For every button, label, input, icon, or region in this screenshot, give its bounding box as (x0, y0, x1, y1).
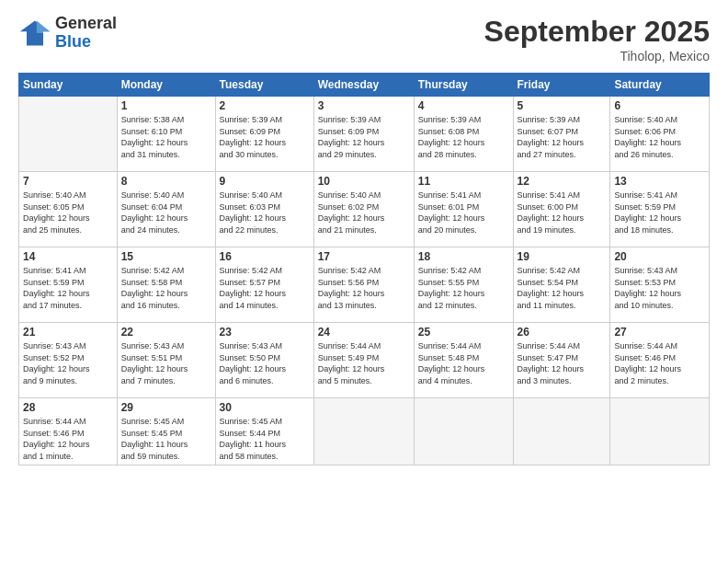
table-row: 27Sunrise: 5:44 AM Sunset: 5:46 PM Dayli… (610, 323, 710, 398)
day-number: 2 (220, 99, 310, 112)
table-row: 7Sunrise: 5:40 AM Sunset: 6:05 PM Daylig… (19, 172, 118, 247)
page-header: General Blue September 2025 Tiholop, Mex… (18, 15, 710, 63)
table-row: 16Sunrise: 5:42 AM Sunset: 5:57 PM Dayli… (215, 247, 313, 323)
day-info: Sunrise: 5:43 AM Sunset: 5:53 PM Dayligh… (614, 265, 705, 311)
day-number: 23 (220, 326, 310, 339)
table-row: 29Sunrise: 5:45 AM Sunset: 5:45 PM Dayli… (117, 398, 215, 465)
table-row: 2Sunrise: 5:39 AM Sunset: 6:09 PM Daylig… (215, 97, 313, 172)
day-info: Sunrise: 5:41 AM Sunset: 5:59 PM Dayligh… (614, 190, 705, 236)
table-row: 25Sunrise: 5:44 AM Sunset: 5:48 PM Dayli… (414, 323, 513, 398)
day-number: 24 (318, 326, 410, 339)
table-row: 6Sunrise: 5:40 AM Sunset: 6:06 PM Daylig… (610, 97, 710, 172)
day-info: Sunrise: 5:42 AM Sunset: 5:58 PM Dayligh… (121, 265, 211, 311)
table-row: 20Sunrise: 5:43 AM Sunset: 5:53 PM Dayli… (610, 247, 710, 323)
month-title: September 2025 (484, 15, 710, 49)
day-number: 28 (23, 401, 113, 414)
day-info: Sunrise: 5:44 AM Sunset: 5:48 PM Dayligh… (418, 340, 509, 386)
day-info: Sunrise: 5:43 AM Sunset: 5:51 PM Dayligh… (121, 340, 211, 386)
day-number: 21 (23, 326, 113, 339)
logo-general-text: General (55, 15, 117, 33)
day-number: 15 (121, 250, 211, 263)
day-number: 25 (418, 326, 509, 339)
day-number: 11 (418, 175, 509, 188)
table-row: 5Sunrise: 5:39 AM Sunset: 6:07 PM Daylig… (513, 97, 610, 172)
day-info: Sunrise: 5:40 AM Sunset: 6:04 PM Dayligh… (121, 190, 211, 236)
day-number: 19 (518, 250, 607, 263)
day-number: 7 (23, 175, 113, 188)
day-info: Sunrise: 5:39 AM Sunset: 6:09 PM Dayligh… (220, 114, 310, 160)
col-tuesday: Tuesday (215, 74, 313, 97)
col-thursday: Thursday (414, 74, 513, 97)
day-info: Sunrise: 5:45 AM Sunset: 5:45 PM Dayligh… (121, 416, 211, 462)
table-row: 30Sunrise: 5:45 AM Sunset: 5:44 PM Dayli… (215, 398, 313, 465)
table-row (610, 398, 710, 465)
day-number: 9 (220, 175, 310, 188)
day-number: 20 (614, 250, 705, 263)
day-number: 6 (614, 99, 705, 112)
table-row: 23Sunrise: 5:43 AM Sunset: 5:50 PM Dayli… (215, 323, 313, 398)
day-info: Sunrise: 5:42 AM Sunset: 5:56 PM Dayligh… (318, 265, 410, 311)
logo-icon (18, 17, 51, 50)
day-info: Sunrise: 5:44 AM Sunset: 5:47 PM Dayligh… (518, 340, 607, 386)
svg-marker-0 (20, 20, 50, 45)
day-number: 13 (614, 175, 705, 188)
col-monday: Monday (117, 74, 215, 97)
day-number: 22 (121, 326, 211, 339)
calendar-header-row: Sunday Monday Tuesday Wednesday Thursday… (19, 74, 710, 97)
table-row: 4Sunrise: 5:39 AM Sunset: 6:08 PM Daylig… (414, 97, 513, 172)
day-info: Sunrise: 5:41 AM Sunset: 6:00 PM Dayligh… (518, 190, 607, 236)
day-number: 10 (318, 175, 410, 188)
table-row: 17Sunrise: 5:42 AM Sunset: 5:56 PM Dayli… (313, 247, 414, 323)
day-number: 27 (614, 326, 705, 339)
table-row: 21Sunrise: 5:43 AM Sunset: 5:52 PM Dayli… (19, 323, 118, 398)
table-row: 9Sunrise: 5:40 AM Sunset: 6:03 PM Daylig… (215, 172, 313, 247)
table-row: 15Sunrise: 5:42 AM Sunset: 5:58 PM Dayli… (117, 247, 215, 323)
day-number: 12 (518, 175, 607, 188)
day-number: 30 (220, 401, 310, 414)
table-row: 1Sunrise: 5:38 AM Sunset: 6:10 PM Daylig… (117, 97, 215, 172)
day-info: Sunrise: 5:42 AM Sunset: 5:54 PM Dayligh… (518, 265, 607, 311)
day-info: Sunrise: 5:40 AM Sunset: 6:05 PM Dayligh… (23, 190, 113, 236)
day-number: 5 (518, 99, 607, 112)
day-info: Sunrise: 5:39 AM Sunset: 6:09 PM Dayligh… (318, 114, 410, 160)
svg-marker-1 (37, 20, 50, 33)
day-info: Sunrise: 5:44 AM Sunset: 5:49 PM Dayligh… (318, 340, 410, 386)
day-number: 29 (121, 401, 211, 414)
day-info: Sunrise: 5:40 AM Sunset: 6:02 PM Dayligh… (318, 190, 410, 236)
location-subtitle: Tiholop, Mexico (484, 49, 710, 63)
col-wednesday: Wednesday (313, 74, 414, 97)
table-row: 8Sunrise: 5:40 AM Sunset: 6:04 PM Daylig… (117, 172, 215, 247)
day-info: Sunrise: 5:41 AM Sunset: 5:59 PM Dayligh… (23, 265, 113, 311)
calendar-table: Sunday Monday Tuesday Wednesday Thursday… (18, 73, 710, 465)
day-info: Sunrise: 5:43 AM Sunset: 5:50 PM Dayligh… (220, 340, 310, 386)
day-info: Sunrise: 5:43 AM Sunset: 5:52 PM Dayligh… (23, 340, 113, 386)
table-row (513, 398, 610, 465)
table-row: 28Sunrise: 5:44 AM Sunset: 5:46 PM Dayli… (19, 398, 118, 465)
day-number: 18 (418, 250, 509, 263)
day-number: 8 (121, 175, 211, 188)
table-row: 13Sunrise: 5:41 AM Sunset: 5:59 PM Dayli… (610, 172, 710, 247)
table-row: 14Sunrise: 5:41 AM Sunset: 5:59 PM Dayli… (19, 247, 118, 323)
day-number: 3 (318, 99, 410, 112)
day-info: Sunrise: 5:44 AM Sunset: 5:46 PM Dayligh… (614, 340, 705, 386)
day-number: 1 (121, 99, 211, 112)
day-info: Sunrise: 5:40 AM Sunset: 6:06 PM Dayligh… (614, 114, 705, 160)
table-row (414, 398, 513, 465)
table-row: 19Sunrise: 5:42 AM Sunset: 5:54 PM Dayli… (513, 247, 610, 323)
table-row: 18Sunrise: 5:42 AM Sunset: 5:55 PM Dayli… (414, 247, 513, 323)
logo: General Blue (18, 15, 117, 52)
table-row: 10Sunrise: 5:40 AM Sunset: 6:02 PM Dayli… (313, 172, 414, 247)
day-number: 26 (518, 326, 607, 339)
table-row: 11Sunrise: 5:41 AM Sunset: 6:01 PM Dayli… (414, 172, 513, 247)
table-row (19, 97, 118, 172)
day-info: Sunrise: 5:44 AM Sunset: 5:46 PM Dayligh… (23, 416, 113, 462)
day-info: Sunrise: 5:45 AM Sunset: 5:44 PM Dayligh… (220, 416, 310, 462)
day-info: Sunrise: 5:38 AM Sunset: 6:10 PM Dayligh… (121, 114, 211, 160)
day-info: Sunrise: 5:41 AM Sunset: 6:01 PM Dayligh… (418, 190, 509, 236)
table-row: 26Sunrise: 5:44 AM Sunset: 5:47 PM Dayli… (513, 323, 610, 398)
day-info: Sunrise: 5:42 AM Sunset: 5:55 PM Dayligh… (418, 265, 509, 311)
logo-blue-text: Blue (55, 33, 117, 52)
day-info: Sunrise: 5:39 AM Sunset: 6:07 PM Dayligh… (518, 114, 607, 160)
day-number: 4 (418, 99, 509, 112)
table-row: 12Sunrise: 5:41 AM Sunset: 6:00 PM Dayli… (513, 172, 610, 247)
